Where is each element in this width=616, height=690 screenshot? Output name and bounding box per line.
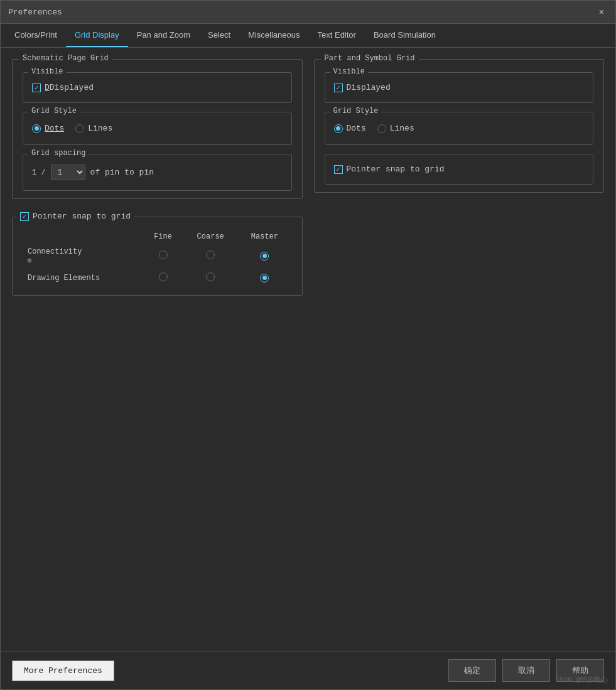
connectivity-master-radio[interactable] [260, 252, 269, 261]
schematic-dots-label: Dots [45, 124, 64, 133]
schematic-grid-spacing-legend: Grid spacing [28, 149, 89, 158]
schematic-grid-style-legend: Grid Style [28, 107, 80, 116]
schematic-grid-spacing-subbox: Grid spacing 1 / 1 2 4 8 of pin to pin [23, 154, 292, 191]
tab-board-simulation[interactable]: Board Simulation [365, 24, 445, 47]
two-column-layout: Schematic Page Grid Visible DDisplayed G… [12, 59, 604, 296]
symbol-dots-radio[interactable]: Dots [334, 124, 366, 133]
drawing-elements-label: Drawing Elements [23, 269, 143, 288]
connectivity-coarse-radio[interactable] [206, 251, 215, 259]
schematic-displayed-checkbox[interactable] [32, 84, 41, 92]
window-title: Preferences [8, 8, 62, 17]
snap-table: Fine Coarse Master Connectivity m [23, 230, 292, 288]
drawing-coarse-radio[interactable] [206, 272, 215, 281]
schematic-visible-legend: Visible [28, 67, 66, 76]
schematic-page-grid-section: Schematic Page Grid Visible DDisplayed G… [12, 59, 303, 199]
symbol-grid-style-row: Dots Lines [334, 119, 585, 138]
snap-col-master-header: Master [237, 230, 291, 244]
left-pointer-snap-header: Pointer snap to grid [16, 212, 134, 221]
table-row: Connectivity m [23, 244, 292, 269]
tab-bar: Colors/Print Grid Display Pan and Zoom S… [1, 24, 615, 48]
schematic-grid-style-subbox: Grid Style Dots Lines [23, 112, 292, 145]
symbol-visible-legend: Visible [330, 67, 368, 76]
ok-button[interactable]: 确定 [448, 659, 496, 682]
drawing-master-cell[interactable] [237, 269, 291, 288]
schematic-lines-label: Lines [88, 124, 112, 133]
schematic-spacing-row: 1 / 1 2 4 8 of pin to pin [32, 161, 283, 184]
part-symbol-grid-legend: Part and Symbol Grid [321, 54, 419, 63]
of-pin-label: of pin to pin [90, 168, 154, 177]
drawing-fine-cell[interactable] [143, 269, 183, 288]
spacing-select[interactable]: 1 2 4 8 [51, 164, 85, 180]
right-column: Part and Symbol Grid Visible Displayed G… [314, 59, 605, 296]
drawing-coarse-cell[interactable] [183, 269, 237, 288]
symbol-visible-subbox: Visible Displayed [325, 72, 594, 103]
snap-col-label-header [23, 230, 143, 244]
snap-col-fine-header: Fine [143, 230, 183, 244]
symbol-pointer-snap-row: Pointer snap to grid [334, 161, 585, 178]
symbol-dots-circle [334, 124, 343, 133]
more-preferences-button[interactable]: More Preferences [12, 660, 114, 681]
connectivity-fine-radio[interactable] [159, 251, 168, 259]
schematic-displayed-label: DDisplayed [45, 83, 94, 92]
symbol-displayed-row: Displayed [334, 79, 585, 96]
symbol-pointer-snap-label: Pointer snap to grid [347, 164, 445, 174]
close-button[interactable]: × [595, 6, 608, 18]
drawing-master-radio[interactable] [260, 274, 269, 283]
schematic-lines-circle [75, 124, 84, 133]
preferences-window: Preferences × Colors/Print Grid Display … [0, 0, 616, 690]
schematic-lines-radio[interactable]: Lines [75, 124, 112, 133]
tab-miscellaneous[interactable]: Miscellaneous [239, 24, 308, 47]
left-pointer-snap-section: Pointer snap to grid Fine Coarse Master [12, 217, 303, 296]
left-column: Schematic Page Grid Visible DDisplayed G… [12, 59, 303, 296]
schematic-displayed-row: DDisplayed [32, 79, 283, 96]
symbol-lines-label: Lines [390, 124, 414, 133]
schematic-dots-circle [32, 124, 41, 133]
cancel-button[interactable]: 取消 [502, 659, 550, 682]
symbol-displayed-label: Displayed [347, 83, 391, 92]
titlebar: Preferences × [1, 1, 615, 24]
part-symbol-grid-section: Part and Symbol Grid Visible Displayed G… [314, 59, 605, 193]
fraction-label: 1 / [32, 168, 46, 177]
connectivity-master-cell[interactable] [237, 244, 291, 269]
left-pointer-snap-checkbox[interactable] [20, 212, 29, 221]
schematic-visible-subbox: Visible DDisplayed [23, 72, 292, 103]
tab-select[interactable]: Select [199, 24, 239, 47]
symbol-displayed-checkbox[interactable] [334, 84, 343, 92]
connectivity-coarse-cell[interactable] [183, 244, 237, 269]
symbol-grid-style-subbox: Grid Style Dots Lines [325, 112, 594, 145]
schematic-page-grid-legend: Schematic Page Grid [19, 54, 112, 63]
connectivity-label: Connectivity m [23, 244, 143, 269]
footer: More Preferences 确定 取消 帮助 [1, 651, 615, 689]
schematic-grid-style-row: Dots Lines [32, 119, 283, 138]
watermark: CSDN @怡步晚心 [555, 675, 608, 684]
tab-grid-display[interactable]: Grid Display [66, 24, 128, 47]
tab-pan-zoom[interactable]: Pan and Zoom [128, 24, 199, 47]
connectivity-fine-cell[interactable] [143, 244, 183, 269]
symbol-pointer-snap-subbox: Pointer snap to grid [325, 154, 594, 185]
tab-colors-print[interactable]: Colors/Print [6, 24, 66, 47]
left-pointer-snap-label: Pointer snap to grid [33, 212, 131, 221]
symbol-grid-style-legend: Grid Style [330, 107, 382, 116]
drawing-fine-radio[interactable] [159, 272, 168, 281]
snap-col-coarse-header: Coarse [183, 230, 237, 244]
symbol-lines-radio[interactable]: Lines [377, 124, 414, 133]
tab-text-editor[interactable]: Text Editor [309, 24, 365, 47]
symbol-lines-circle [377, 124, 386, 133]
symbol-dots-label: Dots [347, 124, 366, 133]
symbol-pointer-snap-checkbox[interactable] [334, 165, 343, 174]
schematic-dots-radio[interactable]: Dots [32, 124, 64, 133]
main-content: Schematic Page Grid Visible DDisplayed G… [1, 48, 615, 651]
table-row: Drawing Elements [23, 269, 292, 288]
